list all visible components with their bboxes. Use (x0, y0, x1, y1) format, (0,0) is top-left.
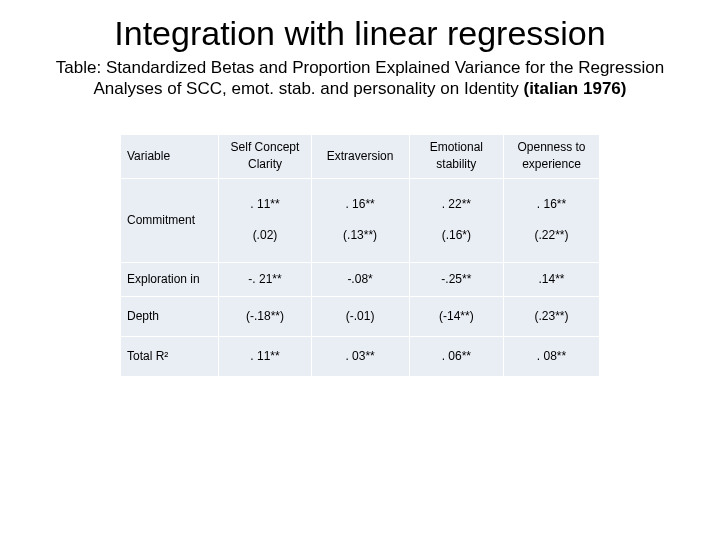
row-totalr2: Total R² . 11** . 03** . 06** . 08** (121, 336, 600, 376)
cell-commitment-open: . 16** (.22**) (504, 178, 600, 262)
row-commitment-label: Commitment (121, 178, 219, 262)
cell-exploration-open: .14** (504, 262, 600, 296)
commitment-scc-val: . 11** (225, 197, 304, 213)
row-totalr2-label: Total R² (121, 336, 219, 376)
header-emotional-line1: Emotional (416, 139, 497, 156)
header-scc: Self Concept Clarity (219, 134, 311, 178)
cell-exploration-emo: -.25** (409, 262, 503, 296)
cell-totalr2-scc: . 11** (219, 336, 311, 376)
cell-commitment-emo: . 22** (.16*) (409, 178, 503, 262)
commitment-emo-paren: (.16*) (416, 228, 497, 244)
slide-subtitle: Table: Standardized Betas and Proportion… (22, 57, 698, 100)
cell-depth-emo: (-14**) (409, 296, 503, 336)
commitment-scc-paren: (.02) (225, 228, 304, 244)
cell-commitment-scc: . 11** (.02) (219, 178, 311, 262)
commitment-emo-val: . 22** (416, 197, 497, 213)
header-variable: Variable (121, 134, 219, 178)
header-scc-line1: Self Concept (225, 139, 304, 156)
commitment-ext-val: . 16** (318, 197, 403, 213)
cell-totalr2-ext: . 03** (311, 336, 409, 376)
subtitle-bold: (italian 1976) (523, 79, 626, 98)
slide-title: Integration with linear regression (22, 14, 698, 53)
header-scc-line2: Clarity (225, 156, 304, 173)
header-openness-line2: experience (510, 156, 593, 173)
cell-exploration-ext: -.08* (311, 262, 409, 296)
row-depth-label: Depth (121, 296, 219, 336)
commitment-ext-paren: (.13**) (318, 228, 403, 244)
row-commitment: Commitment . 11** (.02) . 16** (.13**) .… (121, 178, 600, 262)
header-openness-line1: Openness to (510, 139, 593, 156)
cell-totalr2-emo: . 06** (409, 336, 503, 376)
table-header-row: Variable Self Concept Clarity Extraversi… (121, 134, 600, 178)
header-openness: Openness to experience (504, 134, 600, 178)
commitment-open-val: . 16** (510, 197, 593, 213)
cell-exploration-scc: -. 21** (219, 262, 311, 296)
header-emotional-line2: stability (416, 156, 497, 173)
header-extraversion: Extraversion (311, 134, 409, 178)
row-exploration-label: Exploration in (121, 262, 219, 296)
cell-totalr2-open: . 08** (504, 336, 600, 376)
cell-depth-open: (.23**) (504, 296, 600, 336)
cell-depth-scc: (-.18**) (219, 296, 311, 336)
row-depth: Depth (-.18**) (-.01) (-14**) (.23**) (121, 296, 600, 336)
cell-commitment-ext: . 16** (.13**) (311, 178, 409, 262)
cell-depth-ext: (-.01) (311, 296, 409, 336)
header-emotional: Emotional stability (409, 134, 503, 178)
row-exploration: Exploration in -. 21** -.08* -.25** .14*… (121, 262, 600, 296)
slide: Integration with linear regression Table… (0, 0, 720, 540)
regression-table: Variable Self Concept Clarity Extraversi… (120, 134, 600, 377)
commitment-open-paren: (.22**) (510, 228, 593, 244)
